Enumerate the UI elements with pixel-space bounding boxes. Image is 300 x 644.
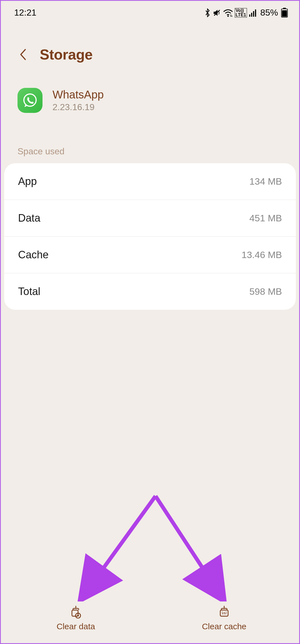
storage-row-total[interactable]: Total 598 MB xyxy=(4,273,296,310)
status-time: 12:21 xyxy=(14,8,36,18)
row-label: Total xyxy=(18,286,40,298)
svg-point-19 xyxy=(226,612,227,613)
app-details: WhatsApp 2.23.16.19 xyxy=(52,88,104,112)
row-label: App xyxy=(18,175,37,187)
svg-rect-5 xyxy=(255,9,256,17)
app-version: 2.23.16.19 xyxy=(52,102,104,112)
svg-point-18 xyxy=(222,612,223,613)
svg-line-12 xyxy=(156,496,208,576)
clear-data-button[interactable]: Clear data xyxy=(2,593,150,643)
row-label: Cache xyxy=(18,249,49,261)
mute-icon xyxy=(212,8,221,17)
storage-row-app[interactable]: App 134 MB xyxy=(4,163,296,200)
annotation-arrows xyxy=(1,490,299,601)
wifi-icon xyxy=(223,8,233,17)
svg-line-11 xyxy=(98,496,156,576)
status-right: Vo))LTE1 85% xyxy=(204,8,288,18)
bottom-bar: Clear data Clear cache xyxy=(2,593,298,643)
svg-rect-8 xyxy=(282,10,287,17)
whatsapp-app-icon xyxy=(18,88,42,113)
space-used-label: Space used xyxy=(1,124,299,163)
clear-cache-icon xyxy=(218,605,231,618)
svg-rect-2 xyxy=(249,14,250,17)
storage-card: App 134 MB Data 451 MB Cache 13.46 MB To… xyxy=(4,163,296,310)
clear-data-label: Clear data xyxy=(57,622,95,631)
signal-icon xyxy=(249,8,258,17)
row-value: 13.46 MB xyxy=(241,249,282,260)
header: Storage xyxy=(1,21,299,77)
clear-data-icon xyxy=(69,605,82,618)
battery-icon xyxy=(281,8,288,18)
storage-row-data[interactable]: Data 451 MB xyxy=(4,200,296,237)
clear-cache-button[interactable]: Clear cache xyxy=(150,593,298,643)
row-value: 134 MB xyxy=(249,176,282,187)
volte-icon: Vo))LTE1 xyxy=(235,8,247,18)
svg-point-1 xyxy=(228,15,229,17)
battery-percentage: 85% xyxy=(260,8,278,18)
svg-point-15 xyxy=(77,615,79,616)
svg-point-9 xyxy=(24,94,36,106)
status-icons: Vo))LTE1 xyxy=(204,8,258,18)
page-title: Storage xyxy=(40,46,92,63)
storage-row-cache[interactable]: Cache 13.46 MB xyxy=(4,237,296,273)
svg-rect-3 xyxy=(251,13,252,17)
row-label: Data xyxy=(18,212,40,224)
back-button[interactable] xyxy=(18,49,29,60)
row-value: 451 MB xyxy=(249,213,282,224)
status-bar: 12:21 Vo))LTE1 85% xyxy=(1,1,299,21)
app-name: WhatsApp xyxy=(52,88,104,101)
row-value: 598 MB xyxy=(249,286,282,297)
app-info: WhatsApp 2.23.16.19 xyxy=(1,77,299,124)
svg-rect-4 xyxy=(253,11,254,17)
clear-cache-label: Clear cache xyxy=(202,622,246,631)
bluetooth-icon xyxy=(204,8,211,17)
